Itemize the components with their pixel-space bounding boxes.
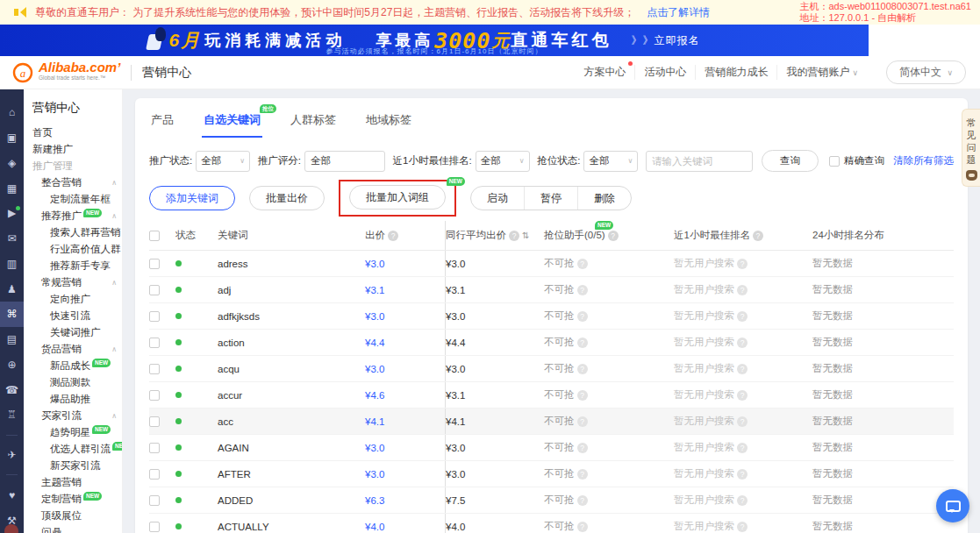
grab-filter-select[interactable]: 全部∨ — [583, 151, 638, 172]
shield-icon[interactable]: ◈ — [0, 151, 24, 176]
sidebar-item-12[interactable]: 关键词推广 — [32, 324, 122, 341]
help-icon[interactable]: ? — [577, 311, 588, 322]
pause-button[interactable]: 暂停 — [524, 187, 577, 210]
bank-icon[interactable]: ♖ — [0, 402, 24, 428]
support-icon[interactable]: ☎ — [0, 377, 24, 402]
clear-filters-link[interactable]: 清除所有筛选 — [893, 154, 954, 167]
help-icon[interactable]: ? — [737, 259, 748, 269]
message-icon[interactable]: ✉ — [0, 226, 24, 252]
banner-signup-link[interactable]: 》》立即报名 — [631, 33, 699, 48]
sidebar-item-5[interactable]: 推荐推广NEW∧ — [32, 208, 122, 224]
sidebar-item-23[interactable]: 顶级展位 — [32, 508, 122, 524]
help-icon[interactable]: ? — [737, 416, 748, 427]
row-checkbox[interactable] — [149, 364, 160, 374]
row-checkbox[interactable] — [149, 495, 160, 506]
rank-filter-select[interactable]: 全部∨ — [476, 151, 530, 172]
bid-value[interactable]: ¥3.0 — [365, 469, 384, 480]
sidebar-item-20[interactable]: 新买家引流 — [32, 458, 122, 474]
sidebar-item-22[interactable]: 定制营销NEW — [32, 491, 122, 508]
header-nav-0[interactable]: 方案中心 — [575, 65, 634, 80]
bulk-bid-button[interactable]: 批量出价 — [249, 186, 325, 210]
sidebar-item-14[interactable]: 新品成长NEW — [32, 358, 122, 374]
row-checkbox[interactable] — [149, 443, 160, 453]
sidebar-item-8[interactable]: 推荐新手专享 — [32, 258, 122, 274]
chevron-up-icon[interactable]: ∧ — [111, 208, 117, 224]
help-icon[interactable]: ? — [737, 522, 748, 532]
chevron-up-icon[interactable]: ∧ — [111, 341, 117, 358]
sidebar-item-11[interactable]: 快速引流 — [32, 308, 122, 324]
help-icon[interactable]: ? — [753, 231, 763, 241]
sidebar-item-13[interactable]: 货品营销∧ — [32, 341, 122, 358]
chart-icon[interactable]: ▥ — [0, 252, 24, 277]
header-nav-3[interactable]: 我的营销账户∨ — [776, 65, 867, 80]
keyword-search-input[interactable] — [646, 151, 753, 172]
sort-icon[interactable]: ⇅ — [522, 231, 529, 240]
header-nav-2[interactable]: 营销能力成长 — [695, 65, 776, 80]
bid-value[interactable]: ¥4.0 — [365, 522, 384, 532]
help-icon[interactable]: ? — [509, 231, 519, 241]
sidebar-item-15[interactable]: 测品测款 — [32, 374, 122, 391]
campaign-icon[interactable]: ▣ — [0, 125, 24, 151]
home-icon[interactable]: ⌂ — [0, 100, 24, 125]
help-icon[interactable]: ? — [577, 364, 588, 374]
notice-detail-link[interactable]: 点击了解详情 — [647, 5, 710, 20]
help-icon[interactable]: ? — [737, 495, 748, 506]
help-icon[interactable]: ? — [577, 338, 588, 348]
exact-query-checkbox[interactable] — [829, 156, 840, 167]
row-checkbox[interactable] — [149, 285, 160, 295]
help-icon[interactable]: ? — [577, 495, 588, 506]
help-icon[interactable]: ? — [737, 311, 748, 322]
help-icon[interactable]: ? — [577, 416, 588, 427]
help-icon[interactable]: ? — [577, 259, 588, 269]
help-icon[interactable]: ? — [737, 469, 748, 480]
sidebar-item-17[interactable]: 买家引流∧ — [32, 408, 122, 424]
bid-value[interactable]: ¥3.0 — [365, 259, 384, 269]
help-icon[interactable]: ? — [737, 338, 748, 348]
promo-banner[interactable]: 6月 玩消耗满减活动 享最高 3000 元 直通车红包 》》立即报名 参与活动必… — [0, 25, 869, 56]
row-checkbox[interactable] — [149, 338, 160, 348]
bid-value[interactable]: ¥3.1 — [365, 285, 384, 295]
help-icon[interactable]: ? — [608, 231, 619, 241]
bid-value[interactable]: ¥3.0 — [365, 364, 384, 374]
sidebar-item-3[interactable]: 整合营销∧ — [32, 174, 122, 191]
row-checkbox[interactable] — [149, 390, 160, 401]
chevron-up-icon[interactable]: ∧ — [111, 174, 117, 191]
sidebar-item-18[interactable]: 趋势明星NEW — [32, 424, 122, 441]
row-checkbox[interactable] — [149, 522, 160, 532]
bid-value[interactable]: ¥4.1 — [365, 416, 384, 427]
sidebar-item-6[interactable]: 搜索人群再营销 — [32, 224, 122, 241]
start-button[interactable]: 启动 — [471, 187, 524, 210]
row-checkbox[interactable] — [149, 259, 160, 269]
row-checkbox[interactable] — [149, 416, 160, 427]
sidebar-item-19[interactable]: 优选人群引流NEW — [32, 441, 122, 458]
bid-value[interactable]: ¥6.3 — [365, 495, 384, 506]
sidebar-item-0[interactable]: 首页 — [32, 124, 122, 141]
header-nav-1[interactable]: 活动中心 — [634, 65, 695, 80]
sidebar-item-9[interactable]: 常规营销∧ — [32, 274, 122, 291]
score-filter-input[interactable] — [304, 151, 385, 172]
status-filter-select[interactable]: 全部∨ — [196, 151, 250, 172]
tab-0[interactable]: 产品 — [149, 110, 175, 138]
send-icon[interactable]: ✈ — [0, 443, 24, 468]
tab-1[interactable]: 自选关键词抢位 — [202, 110, 262, 138]
video-icon[interactable]: ▶ — [0, 201, 24, 226]
delete-button[interactable]: 删除 — [577, 187, 631, 210]
bid-value[interactable]: ¥3.0 — [365, 311, 384, 322]
help-icon[interactable]: ? — [577, 522, 588, 532]
help-icon[interactable]: ? — [737, 390, 748, 401]
sidebar-item-24[interactable]: 问鼎 — [32, 524, 122, 533]
chevron-up-icon[interactable]: ∧ — [111, 274, 117, 291]
sidebar-item-10[interactable]: 定向推广 — [32, 291, 122, 308]
bid-value[interactable]: ¥4.6 — [365, 390, 384, 401]
language-selector[interactable]: 简体中文 ∨ — [886, 60, 966, 84]
help-icon[interactable]: ? — [577, 469, 588, 480]
help-icon[interactable]: ? — [737, 364, 748, 374]
audience-icon[interactable]: ♟ — [0, 276, 24, 302]
sidebar-item-21[interactable]: 主题营销 — [32, 474, 122, 491]
bulk-add-group-button[interactable]: 批量加入词组 — [349, 185, 446, 210]
help-icon[interactable]: ? — [577, 443, 588, 453]
rail-bottom-avatar[interactable] — [4, 524, 18, 533]
alibaba-logo[interactable]: a Alibaba.com’ Global trade starts here.… — [12, 62, 120, 83]
bid-value[interactable]: ¥3.0 — [365, 443, 384, 453]
tab-2[interactable]: 人群标签 — [289, 110, 338, 138]
